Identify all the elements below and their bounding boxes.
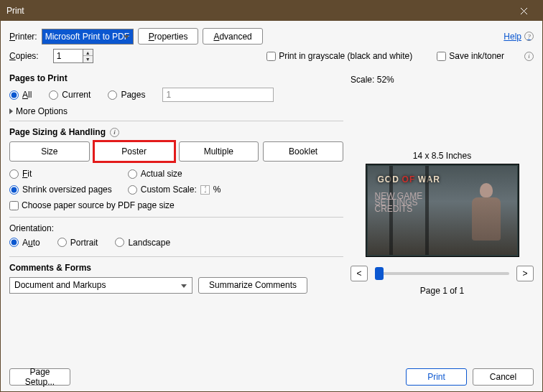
help-link[interactable]: Help ?	[503, 32, 534, 42]
more-options-label: More Options	[16, 106, 68, 116]
page-sizing-title: Page Sizing & Handling	[9, 127, 106, 137]
close-button[interactable]	[511, 1, 537, 21]
preview-column: Scale: 52% 14 x 8.5 Inches GOD OF WAR NE…	[351, 72, 534, 363]
info-icon[interactable]: i	[524, 52, 534, 61]
main-area: Pages to Print All Current Pages More Op…	[9, 72, 534, 363]
game-character	[461, 170, 511, 255]
actual-size-radio[interactable]: Actual size	[128, 169, 221, 179]
printer-label: Printer:	[9, 32, 37, 42]
print-dialog: Print Printer: Microsoft Print to PDF Pr…	[0, 0, 543, 392]
dialog-content: Printer: Microsoft Print to PDF Properti…	[1, 21, 542, 391]
bottom-row: Page Setup... Print Cancel	[9, 363, 534, 386]
poster-tab[interactable]: Poster	[94, 141, 175, 162]
copies-spinner[interactable]: ▲▼	[83, 49, 93, 63]
comments-title: Comments & Forms	[9, 263, 343, 273]
choose-paper-label: Choose paper source by PDF page size	[22, 200, 175, 210]
preview-scale: Scale: 52%	[351, 75, 534, 85]
save-ink-label: Save ink/toner	[449, 51, 504, 61]
printer-row: Printer: Microsoft Print to PDF Properti…	[9, 28, 534, 45]
close-icon	[520, 7, 528, 15]
page-indicator: Page 1 of 1	[351, 286, 534, 296]
more-options-toggle[interactable]: More Options	[9, 106, 343, 116]
game-menu-text: NEW GAMESETTINGSCREDITS	[375, 193, 423, 213]
save-ink-checkbox[interactable]: Save ink/toner	[437, 51, 504, 61]
next-page-button[interactable]: >	[516, 266, 534, 281]
orientation-portrait-radio[interactable]: Portrait	[57, 238, 98, 248]
info-icon[interactable]: i	[110, 128, 119, 137]
orientation-landscape-radio[interactable]: Landscape	[115, 238, 170, 248]
orientation-section: Orientation: Auto Portrait Landscape	[9, 217, 343, 252]
print-button[interactable]: Print	[406, 368, 467, 386]
fit-radio[interactable]: Fit	[9, 169, 112, 179]
copies-input[interactable]	[53, 49, 83, 63]
pages-to-print-section: Pages to Print All Current Pages More Op…	[9, 72, 343, 116]
preview-frame: GOD OF WAR NEW GAMESETTINGSCREDITS	[366, 164, 519, 257]
choose-paper-checkbox[interactable]: Choose paper source by PDF page size	[9, 200, 175, 210]
custom-scale-input[interactable]	[200, 185, 210, 195]
comments-section: Comments & Forms Document and Markups Su…	[9, 256, 343, 294]
orientation-title: Orientation:	[9, 223, 343, 233]
properties-button[interactable]: Properties	[138, 28, 199, 45]
multiple-tab[interactable]: Multiple	[179, 141, 259, 162]
comments-select[interactable]: Document and Markups	[9, 277, 192, 294]
size-tab[interactable]: Size	[9, 141, 90, 162]
preview-image: GOD OF WAR NEW GAMESETTINGSCREDITS	[368, 166, 517, 255]
copies-row: Copies: ▲▼ Print in grayscale (black and…	[9, 49, 534, 63]
prev-page-button[interactable]: <	[351, 266, 368, 281]
page-sizing-section: Page Sizing & Handling i Size Poster Mul…	[9, 121, 343, 213]
printer-select[interactable]: Microsoft Print to PDF	[42, 29, 134, 45]
percent-label: %	[213, 185, 221, 195]
preview-nav: < >	[351, 266, 534, 281]
page-setup-button[interactable]: Page Setup...	[9, 368, 70, 386]
titlebar: Print	[1, 1, 542, 21]
summarize-comments-button[interactable]: Summarize Comments	[198, 277, 307, 294]
pages-all-radio[interactable]: All	[9, 90, 32, 100]
pages-current-radio[interactable]: Current	[49, 90, 90, 100]
copies-label: Copies:	[9, 51, 39, 61]
booklet-tab[interactable]: Booklet	[263, 141, 343, 162]
help-label: Help	[503, 32, 521, 42]
custom-scale-radio[interactable]: Custom Scale: %	[128, 185, 221, 195]
cancel-button[interactable]: Cancel	[473, 368, 534, 386]
grayscale-label: Print in grayscale (black and white)	[279, 51, 412, 61]
grayscale-checkbox[interactable]: Print in grayscale (black and white)	[266, 51, 412, 61]
pages-range-input[interactable]	[162, 88, 274, 102]
pages-to-print-title: Pages to Print	[9, 73, 343, 83]
caret-right-icon	[9, 108, 13, 114]
help-icon: ?	[524, 32, 534, 41]
left-column: Pages to Print All Current Pages More Op…	[9, 72, 343, 363]
orientation-auto-radio[interactable]: Auto	[9, 238, 40, 248]
window-title: Print	[6, 6, 24, 16]
advanced-button[interactable]: Advanced	[203, 28, 262, 45]
preview-dims: 14 x 8.5 Inches	[351, 151, 534, 161]
shrink-radio[interactable]: Shrink oversized pages	[9, 185, 112, 195]
zoom-slider[interactable]	[375, 272, 509, 275]
pages-range-radio[interactable]: Pages	[108, 90, 145, 100]
